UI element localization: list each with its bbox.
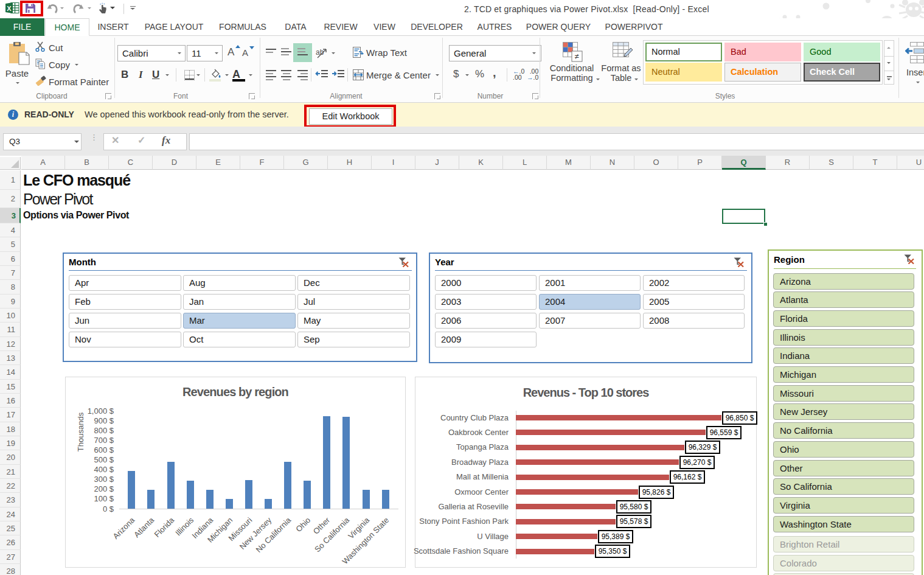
svg-text:≠: ≠ [574, 52, 578, 61]
svg-text:X: X [7, 5, 12, 12]
